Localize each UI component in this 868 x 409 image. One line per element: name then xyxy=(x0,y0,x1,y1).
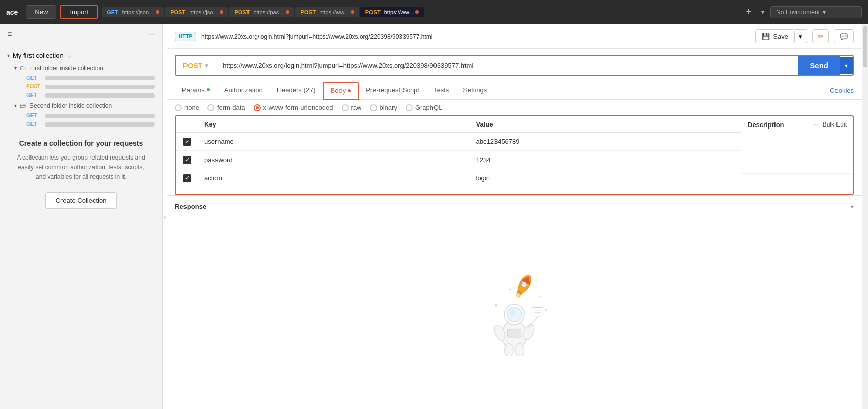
value-0[interactable]: abc123456789 xyxy=(470,133,741,150)
collection-star-icon[interactable]: ☆ xyxy=(67,52,72,59)
new-button[interactable]: New xyxy=(26,5,56,19)
radio-raw xyxy=(342,104,349,111)
method-selector[interactable]: POST ▾ xyxy=(176,56,215,75)
url-bar: HTTP https://www.20xs.org/login.html?jum… xyxy=(167,24,862,49)
right-scrollbar[interactable] xyxy=(862,24,868,409)
svg-point-16 xyxy=(504,343,513,355)
request-item[interactable]: GET xyxy=(0,91,162,100)
radio-none xyxy=(175,104,182,111)
kv-key-header: Key xyxy=(198,116,470,132)
tab-3[interactable]: POSThttps://ww... xyxy=(295,7,359,17)
svg-point-8 xyxy=(545,309,547,311)
env-chevron: ▾ xyxy=(823,9,826,16)
add-tab-button[interactable]: + xyxy=(741,7,755,17)
kv-main: Key Value username abc123456789 pass xyxy=(176,116,741,194)
filter-icon[interactable]: ≡ xyxy=(7,29,12,39)
promo-description: A collection lets you group related requ… xyxy=(12,153,150,182)
folder-2-item[interactable]: ▾ 🗁 Second folder inside collection xyxy=(0,100,162,111)
key-0[interactable]: username xyxy=(198,133,470,150)
send-dropdown-button[interactable]: ▾ xyxy=(840,57,853,74)
bulk-edit-button[interactable]: Bulk Edit xyxy=(823,121,847,128)
send-button[interactable]: Send xyxy=(798,56,840,75)
request-item[interactable]: POST xyxy=(0,82,162,91)
cookies-link[interactable]: Cookies xyxy=(830,87,854,95)
create-collection-button[interactable]: Create Collection xyxy=(45,192,117,209)
kv-value-header: Value xyxy=(470,116,741,132)
folder-1-item[interactable]: ▾ 🗁 First folder inside collection xyxy=(0,62,162,74)
desc-cell-1 xyxy=(741,153,853,174)
request-url-bar xyxy=(45,85,155,89)
folder-2-icon: 🗁 xyxy=(20,102,26,109)
edit-button[interactable]: ✏ xyxy=(812,29,829,43)
tab-prerequest[interactable]: Pre-request Script xyxy=(359,82,426,99)
method-get-label: GET xyxy=(26,75,41,81)
tab-2[interactable]: POSThttps://pas... xyxy=(229,7,294,17)
folder-1-caret: ▾ xyxy=(14,65,17,71)
astronaut-illustration xyxy=(469,264,560,356)
sidebar-more-icon[interactable]: ··· xyxy=(149,30,155,38)
body-type-graphql[interactable]: GraphQL xyxy=(406,104,442,111)
response-chevron-icon[interactable]: ▾ xyxy=(851,203,854,210)
desc-cell-2 xyxy=(741,174,853,194)
tab-0[interactable]: GEThttps://json... xyxy=(102,7,164,17)
method-get-label: GET xyxy=(26,113,41,118)
request-item[interactable]: GET xyxy=(0,120,162,129)
checkbox-0[interactable] xyxy=(176,138,198,146)
request-item[interactable]: GET xyxy=(0,111,162,120)
tab-authorization[interactable]: Authorization xyxy=(217,82,270,99)
method-get-label: GET xyxy=(26,92,41,98)
key-1[interactable]: password xyxy=(198,151,470,169)
more-icon[interactable]: ··· xyxy=(813,120,819,129)
tabs-bar: GEThttps://json...POSThttps://jso...POST… xyxy=(102,7,737,17)
tab-body[interactable]: Body xyxy=(323,82,359,100)
kv-check-header xyxy=(176,116,198,132)
request-item[interactable]: GET xyxy=(0,74,162,82)
body-type-binary[interactable]: binary xyxy=(370,104,397,111)
response-section: Response ▾ xyxy=(167,195,862,210)
svg-point-7 xyxy=(495,304,497,306)
body-type-formdata[interactable]: form-data xyxy=(207,104,245,111)
request-url-bar xyxy=(45,93,155,98)
checked-icon-2 xyxy=(183,174,191,182)
sidebar-header: ≡ ··· xyxy=(0,24,162,44)
body-type-urlencoded[interactable]: x-www-form-urlencoded xyxy=(254,104,333,111)
value-2[interactable]: login xyxy=(470,169,741,187)
kv-header-row: Key Value xyxy=(176,116,741,133)
body-type-raw[interactable]: raw xyxy=(342,104,362,111)
url-input[interactable] xyxy=(215,56,798,74)
import-button[interactable]: Import xyxy=(60,5,98,19)
scrollbar-thumb xyxy=(863,26,867,67)
key-2[interactable]: action xyxy=(198,169,470,187)
sidebar-resizer[interactable] xyxy=(163,24,167,409)
body-type-none[interactable]: none xyxy=(175,104,199,111)
svg-rect-18 xyxy=(508,329,521,337)
svg-point-6 xyxy=(509,288,511,290)
save-dropdown-button[interactable]: ▾ xyxy=(795,29,807,43)
save-button[interactable]: 💾 Save xyxy=(755,29,795,43)
tab-1[interactable]: POSThttps://jso... xyxy=(165,7,228,17)
tab-params[interactable]: Params xyxy=(175,82,217,99)
request-url-bar xyxy=(45,76,155,80)
tab-tests[interactable]: Tests xyxy=(426,82,456,99)
illustration-area xyxy=(167,210,862,409)
comment-button[interactable]: 💬 xyxy=(834,29,854,43)
response-label: Response xyxy=(175,203,206,210)
kv-row-1: password 1234 xyxy=(176,151,741,169)
sidebar-promo: Create a collection for your requests A … xyxy=(0,129,162,219)
app-name: ace xyxy=(6,8,18,16)
params-dot xyxy=(207,88,210,91)
tab-4[interactable]: POSThttps://ww... xyxy=(360,7,424,17)
checkbox-2[interactable] xyxy=(176,174,198,182)
tab-settings[interactable]: Settings xyxy=(456,82,494,99)
folder-2-caret: ▾ xyxy=(14,103,17,108)
checkbox-1[interactable] xyxy=(176,156,198,164)
collection-header[interactable]: ▾ My first collection ☆ ··· xyxy=(0,49,162,62)
desc-cell-0 xyxy=(741,133,853,153)
tabs-overflow-chevron[interactable]: ▾ xyxy=(759,9,766,16)
value-1[interactable]: 1234 xyxy=(470,151,741,169)
tab-headers[interactable]: Headers (27) xyxy=(270,82,323,99)
collection-dots-icon[interactable]: ··· xyxy=(75,52,80,59)
kv-row-0: username abc123456789 xyxy=(176,133,741,151)
body-types: none form-data x-www-form-urlencoded raw… xyxy=(167,100,862,115)
environment-selector[interactable]: No Environment ▾ xyxy=(770,6,862,18)
